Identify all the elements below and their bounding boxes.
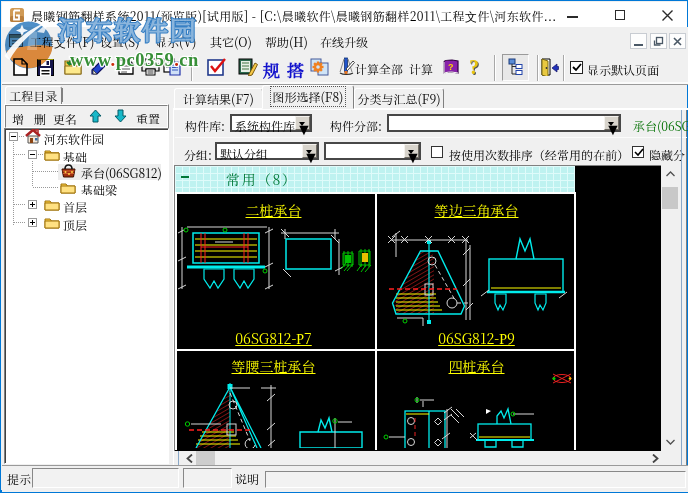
svg-text:?: ? [448, 60, 454, 73]
